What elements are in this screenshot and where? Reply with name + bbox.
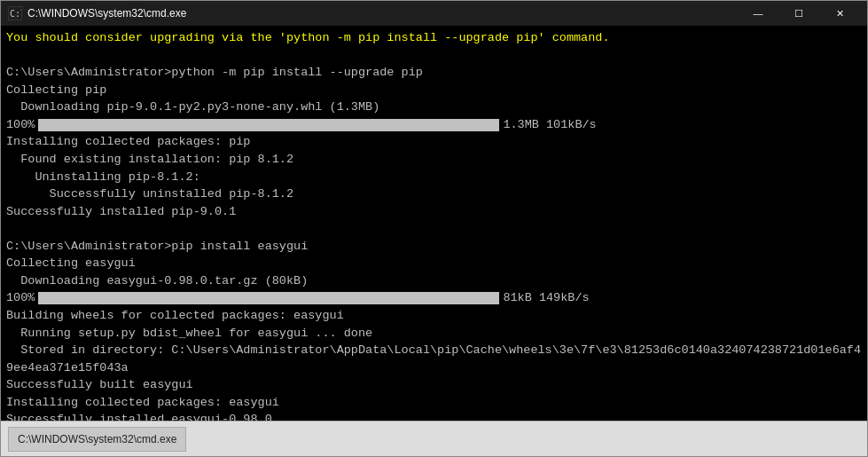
progress1-percent: 100% bbox=[6, 116, 35, 134]
found-existing: Found existing installation: pip 8.1.2 bbox=[6, 151, 862, 169]
window-controls: — ☐ ✕ bbox=[738, 1, 860, 26]
progress1-size: 1.3MB 101kB/s bbox=[503, 116, 596, 134]
maximize-button[interactable]: ☐ bbox=[778, 1, 819, 26]
progress2-bar bbox=[38, 292, 499, 304]
blank-line-2 bbox=[6, 220, 862, 238]
successfully-installed-pip: Successfully installed pip-9.0.1 bbox=[6, 203, 862, 221]
progress2-size: 81kB 149kB/s bbox=[503, 289, 589, 307]
running-setup: Running setup.py bdist_wheel for easygui… bbox=[6, 325, 862, 343]
downloading-easygui: Downloading easygui-0.98.0.tar.gz (80kB) bbox=[6, 272, 862, 290]
app-icon: C:\ bbox=[8, 6, 22, 20]
minimize-button[interactable]: — bbox=[738, 1, 778, 26]
taskbar-item[interactable]: C:\WINDOWS\system32\cmd.exe bbox=[8, 427, 186, 452]
successfully-uninstalled: Successfully uninstalled pip-8.1.2 bbox=[6, 185, 862, 203]
collecting-easygui: Collecting easygui bbox=[6, 255, 862, 272]
progress1-fill bbox=[38, 119, 499, 131]
building-wheels: Building wheels for collected packages: … bbox=[6, 307, 862, 325]
taskbar: C:\WINDOWS\system32\cmd.exe bbox=[1, 421, 867, 456]
installing-pip: Installing collected packages: pip bbox=[6, 133, 862, 151]
title-bar: C:\ C:\WINDOWS\system32\cmd.exe — ☐ ✕ bbox=[1, 1, 867, 26]
progress2-percent: 100% bbox=[6, 289, 35, 307]
warning-line: You should consider upgrading via the 'p… bbox=[6, 31, 610, 44]
successfully-built: Successfully built easygui bbox=[6, 376, 862, 394]
blank-line-1 bbox=[6, 47, 862, 65]
successfully-installed-easygui: Successfully installed easygui-0.98.0 bbox=[6, 411, 862, 421]
uninstalling-pip: Uninstalling pip-8.1.2: bbox=[6, 169, 862, 186]
taskbar-item-label: C:\WINDOWS\system32\cmd.exe bbox=[18, 433, 176, 445]
downloading-pip: Downloading pip-9.0.1-py2.py3-none-any.w… bbox=[6, 98, 862, 116]
progress2-fill bbox=[38, 292, 499, 304]
window-title: C:\WINDOWS\system32\cmd.exe bbox=[27, 7, 738, 20]
console-output: You should consider upgrading via the 'p… bbox=[1, 26, 867, 421]
cmd-line-easygui: C:\Users\Administrator>pip install easyg… bbox=[6, 238, 862, 256]
main-window: C:\ C:\WINDOWS\system32\cmd.exe — ☐ ✕ Yo… bbox=[0, 0, 868, 457]
collecting-pip: Collecting pip bbox=[6, 82, 862, 99]
installing-easygui: Installing collected packages: easygui bbox=[6, 394, 862, 412]
svg-text:C:\: C:\ bbox=[10, 9, 21, 19]
cmd-line-pip-upgrade: C:\Users\Administrator>python -m pip ins… bbox=[6, 64, 862, 82]
progress-bar-2: 100% 81kB 149kB/s bbox=[6, 289, 862, 307]
progress1-bar bbox=[38, 119, 499, 131]
close-button[interactable]: ✕ bbox=[819, 1, 860, 26]
progress-bar-1: 100% 1.3MB 101kB/s bbox=[6, 116, 862, 134]
stored-in-dir: Stored in directory: C:\Users\Administra… bbox=[6, 342, 862, 376]
